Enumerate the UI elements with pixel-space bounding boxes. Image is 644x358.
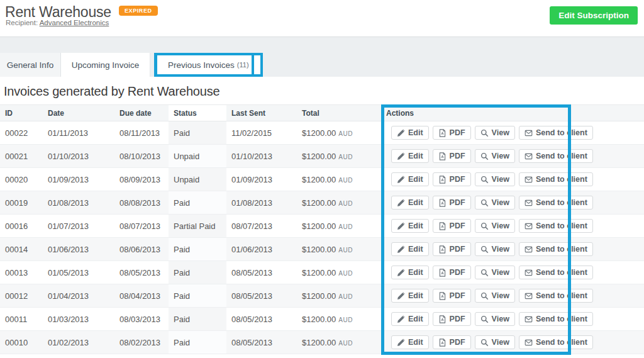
- pdf-button[interactable]: PDF: [433, 266, 471, 279]
- edit-button[interactable]: Edit: [391, 312, 429, 326]
- edit-button[interactable]: Edit: [391, 126, 429, 140]
- table-row: 00019 01/08/2013 08/08/2013 Paid 01/08/2…: [0, 191, 644, 215]
- send-to-client-button[interactable]: Send to client: [519, 289, 593, 303]
- edit-button-label: Edit: [408, 268, 423, 277]
- send-to-client-button-label: Send to client: [536, 268, 587, 277]
- send-to-client-button[interactable]: Send to client: [519, 312, 593, 326]
- cell-due-date: 08/10/2013: [114, 145, 169, 168]
- status-badge-expired: EXPIRED: [119, 6, 158, 16]
- cell-invoice-id: 00022: [0, 121, 43, 145]
- cell-status: Unpaid: [169, 145, 226, 168]
- edit-button[interactable]: Edit: [391, 289, 429, 303]
- edit-button[interactable]: Edit: [391, 335, 429, 349]
- table-row: 00020 01/09/2013 08/09/2013 Unpaid 01/09…: [0, 168, 644, 191]
- view-button[interactable]: View: [475, 266, 515, 279]
- cell-date: 01/07/2013: [43, 215, 114, 238]
- cell-total: $1200.00AUD: [297, 215, 381, 238]
- currency-label: AUD: [338, 223, 353, 230]
- column-header-actions: Actions: [381, 105, 644, 121]
- view-button[interactable]: View: [475, 335, 515, 349]
- pencil-icon: [397, 129, 405, 137]
- send-to-client-button[interactable]: Send to client: [519, 196, 593, 210]
- edit-subscription-button[interactable]: Edit Subscription: [550, 6, 638, 25]
- edit-button[interactable]: Edit: [391, 196, 429, 210]
- edit-button[interactable]: Edit: [391, 266, 429, 279]
- pdf-button-label: PDF: [450, 338, 465, 347]
- cell-last-sent: 01/06/2013: [226, 238, 297, 261]
- pdf-button[interactable]: PDF: [433, 242, 471, 256]
- cell-last-sent: 11/02/2015: [226, 121, 297, 145]
- pdf-button[interactable]: PDF: [433, 312, 471, 326]
- send-to-client-button[interactable]: Send to client: [519, 219, 593, 233]
- tab-upcoming-invoice[interactable]: Upcoming Invoice: [61, 53, 150, 77]
- pdf-button[interactable]: PDF: [433, 126, 471, 140]
- view-button[interactable]: View: [475, 126, 515, 140]
- magnifier-icon: [480, 292, 489, 300]
- tab-general-info[interactable]: General Info: [0, 53, 61, 77]
- view-button-label: View: [492, 245, 509, 254]
- edit-button[interactable]: Edit: [391, 172, 429, 186]
- cell-actions: Edit PDF View: [381, 238, 644, 261]
- cell-date: 01/04/2013: [43, 284, 114, 308]
- tab-previous-invoices-highlight: Previous Invoices (11): [154, 53, 263, 77]
- cell-invoice-id: 00011: [0, 308, 43, 331]
- edit-button-label: Edit: [408, 338, 423, 347]
- pencil-icon: [397, 315, 405, 323]
- tab-previous-invoices[interactable]: Previous Invoices (11): [157, 55, 260, 74]
- cell-actions: Edit PDF View: [381, 331, 644, 354]
- cell-invoice-id: 00019: [0, 191, 43, 215]
- page-title: Rent Warehouse: [5, 4, 111, 21]
- pdf-button[interactable]: PDF: [433, 219, 471, 233]
- send-to-client-button[interactable]: Send to client: [519, 335, 593, 349]
- table-row: 00022 01/11/2013 08/11/2013 Paid 11/02/2…: [0, 121, 644, 145]
- table-row: 00011 01/03/2013 08/03/2013 Paid 08/05/2…: [0, 308, 644, 331]
- view-button-label: View: [492, 268, 509, 277]
- send-to-client-button[interactable]: Send to client: [519, 149, 593, 163]
- cell-last-sent: 08/05/2013: [226, 308, 297, 331]
- view-button[interactable]: View: [475, 242, 515, 256]
- cell-date: 01/09/2013: [43, 168, 114, 191]
- view-button[interactable]: View: [475, 219, 515, 233]
- pdf-button[interactable]: PDF: [433, 289, 471, 303]
- cell-last-sent: 01/09/2013: [226, 168, 297, 191]
- pdf-button[interactable]: PDF: [433, 149, 471, 163]
- currency-label: AUD: [338, 270, 353, 277]
- tab-previous-invoices-count: (11): [237, 61, 249, 69]
- currency-label: AUD: [338, 154, 353, 160]
- recipient-label: Recipient:: [6, 19, 38, 26]
- cell-total: $1200.00AUD: [297, 331, 381, 354]
- pdf-button[interactable]: PDF: [433, 196, 471, 210]
- pdf-button-label: PDF: [450, 291, 465, 300]
- send-to-client-button[interactable]: Send to client: [519, 266, 593, 279]
- tab-previous-invoices-label: Previous Invoices: [168, 60, 235, 70]
- section-title: Invoices generated by Rent Warehouse: [4, 84, 644, 99]
- view-button[interactable]: View: [475, 149, 515, 163]
- edit-button-label: Edit: [408, 198, 423, 207]
- send-to-client-button-label: Send to client: [536, 128, 587, 137]
- cell-status: Paid: [169, 191, 226, 215]
- view-button[interactable]: View: [475, 172, 515, 186]
- send-to-client-button-label: Send to client: [536, 245, 587, 254]
- cell-date: 01/10/2013: [43, 145, 114, 168]
- edit-button[interactable]: Edit: [391, 149, 429, 163]
- table-row: 00014 01/06/2013 08/06/2013 Paid 01/06/2…: [0, 238, 644, 261]
- edit-button[interactable]: Edit: [391, 219, 429, 233]
- cell-status: Paid: [169, 284, 226, 308]
- total-amount: $1200.00: [302, 268, 336, 277]
- view-button[interactable]: View: [475, 312, 515, 326]
- send-to-client-button[interactable]: Send to client: [519, 172, 593, 186]
- recipient-link[interactable]: Advanced Electronics: [40, 19, 109, 26]
- pdf-button-label: PDF: [450, 245, 465, 254]
- pdf-button[interactable]: PDF: [433, 172, 471, 186]
- cell-actions: Edit PDF View: [381, 121, 644, 145]
- view-button[interactable]: View: [475, 289, 515, 303]
- send-to-client-button[interactable]: Send to client: [519, 242, 593, 256]
- envelope-icon: [525, 222, 533, 230]
- pencil-icon: [397, 269, 405, 277]
- cell-due-date: 08/07/2013: [114, 215, 169, 238]
- column-header-date: Date: [43, 105, 114, 121]
- pdf-button[interactable]: PDF: [433, 335, 471, 349]
- send-to-client-button[interactable]: Send to client: [519, 126, 593, 140]
- edit-button[interactable]: Edit: [391, 242, 429, 256]
- view-button[interactable]: View: [475, 196, 515, 210]
